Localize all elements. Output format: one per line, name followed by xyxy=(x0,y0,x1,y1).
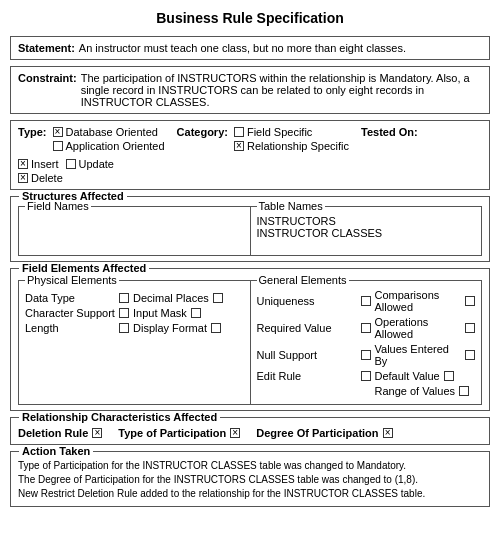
field-names-box: Field Names xyxy=(18,206,251,256)
data-type-checkbox[interactable] xyxy=(119,293,129,303)
insert-item: Insert Update xyxy=(18,158,114,170)
display-format-checkbox[interactable] xyxy=(211,323,221,333)
char-support-label: Character Support xyxy=(25,307,115,319)
uniqueness-checkbox[interactable] xyxy=(361,296,371,306)
range-values-checkbox[interactable] xyxy=(459,386,469,396)
edit-rule-label: Edit Rule xyxy=(257,370,357,382)
physical-rows: Data Type Decimal Places Character Suppo… xyxy=(25,292,244,334)
statement-label: Statement: xyxy=(18,42,75,54)
general-row-3: Null Support Values Entered By xyxy=(257,343,476,367)
deletion-rule-label: Deletion Rule xyxy=(18,427,88,439)
uniqueness-label: Uniqueness xyxy=(257,295,357,307)
type-section: Type: Database Oriented Application Orie… xyxy=(10,120,490,190)
field-specific-item: Field Specific xyxy=(234,126,349,138)
relationship-section: Relationship Characteristics Affected De… xyxy=(10,417,490,445)
relationship-specific-label: Relationship Specific xyxy=(247,140,349,152)
action-label: Action Taken xyxy=(19,445,93,457)
physical-row-1: Data Type Decimal Places xyxy=(25,292,244,304)
structures-section: Structures Affected Field Names Table Na… xyxy=(10,196,490,262)
page-title: Business Rule Specification xyxy=(10,10,490,26)
field-elements-label: Field Elements Affected xyxy=(19,262,149,274)
update-checkbox[interactable] xyxy=(66,159,76,169)
null-support-label: Null Support xyxy=(257,349,357,361)
degree-participation-checkbox[interactable] xyxy=(383,428,393,438)
type-participation-checkbox[interactable] xyxy=(230,428,240,438)
type-participation-item: Type of Participation xyxy=(118,427,240,439)
statement-section: Statement: An instructor must teach one … xyxy=(10,36,490,60)
deletion-rule-item: Deletion Rule xyxy=(18,427,102,439)
database-oriented-checkbox[interactable] xyxy=(53,127,63,137)
default-value-checkbox[interactable] xyxy=(444,371,454,381)
length-label: Length xyxy=(25,322,115,334)
general-box: General Elements Uniqueness Comparisons … xyxy=(250,280,483,405)
physical-box: Physical Elements Data Type Decimal Plac… xyxy=(18,280,251,405)
type-participation-label: Type of Participation xyxy=(118,427,226,439)
database-oriented-label: Database Oriented xyxy=(66,126,158,138)
table-names-label: Table Names xyxy=(257,200,325,212)
values-entered-checkbox[interactable] xyxy=(465,350,475,360)
category-column: Field Specific Relationship Specific xyxy=(234,126,349,152)
degree-participation-label: Degree Of Participation xyxy=(256,427,378,439)
required-value-checkbox[interactable] xyxy=(361,323,371,333)
delete-checkbox[interactable] xyxy=(18,173,28,183)
constraint-section: Constraint: The participation of INSTRUC… xyxy=(10,66,490,114)
input-mask-label: Input Mask xyxy=(133,307,187,319)
field-specific-label: Field Specific xyxy=(247,126,312,138)
constraint-text: The participation of INSTRUCTORS within … xyxy=(81,72,482,108)
input-mask-checkbox[interactable] xyxy=(191,308,201,318)
display-format-label: Display Format xyxy=(133,322,207,334)
physical-row-2: Character Support Input Mask xyxy=(25,307,244,319)
degree-participation-item: Degree Of Participation xyxy=(256,427,392,439)
constraint-label: Constraint: xyxy=(18,72,77,108)
comparisons-checkbox[interactable] xyxy=(465,296,475,306)
length-checkbox[interactable] xyxy=(119,323,129,333)
rel-inner: Deletion Rule Type of Participation Degr… xyxy=(18,427,482,439)
table-name-1: INSTRUCTORS xyxy=(257,215,476,227)
application-oriented-label: Application Oriented xyxy=(66,140,165,152)
range-values-label: Range of Values xyxy=(375,385,456,397)
table-name-2: INSTRUCTOR CLASSES xyxy=(257,227,476,239)
deletion-rule-checkbox[interactable] xyxy=(92,428,102,438)
relationship-label: Relationship Characteristics Affected xyxy=(19,411,220,423)
operations-checkbox[interactable] xyxy=(465,323,475,333)
insert-checkbox[interactable] xyxy=(18,159,28,169)
edit-rule-checkbox[interactable] xyxy=(361,371,371,381)
general-row-5: Range of Values xyxy=(257,385,476,397)
fe-inner: Physical Elements Data Type Decimal Plac… xyxy=(18,280,482,405)
action-text: Type of Participation for the INSTRUCTOR… xyxy=(18,459,482,501)
delete-item: Delete xyxy=(18,172,114,184)
field-names-label: Field Names xyxy=(25,200,91,212)
physical-row-3: Length Display Format xyxy=(25,322,244,334)
field-elements-section: Field Elements Affected Physical Element… xyxy=(10,268,490,411)
relationship-specific-checkbox[interactable] xyxy=(234,141,244,151)
data-type-label: Data Type xyxy=(25,292,115,304)
application-oriented-checkbox[interactable] xyxy=(53,141,63,151)
decimal-places-checkbox[interactable] xyxy=(213,293,223,303)
action-line-1: Type of Participation for the INSTRUCTOR… xyxy=(18,459,482,473)
operations-label: Operations Allowed xyxy=(375,316,462,340)
comparisons-label: Comparisons Allowed xyxy=(375,289,462,313)
action-section: Action Taken Type of Participation for t… xyxy=(10,451,490,507)
values-entered-label: Values Entered By xyxy=(375,343,462,367)
database-oriented-item: Database Oriented xyxy=(53,126,165,138)
table-names-list: INSTRUCTORS INSTRUCTOR CLASSES xyxy=(257,215,476,239)
action-line-2: The Degree of Participation for the INST… xyxy=(18,473,482,487)
type-column: Database Oriented Application Oriented xyxy=(53,126,165,152)
tested-on-label: Tested On: xyxy=(361,126,418,138)
delete-label: Delete xyxy=(31,172,63,184)
relationship-specific-item: Relationship Specific xyxy=(234,140,349,152)
decimal-places-label: Decimal Places xyxy=(133,292,209,304)
tested-on-column: Insert Update Delete xyxy=(18,158,114,184)
char-support-checkbox[interactable] xyxy=(119,308,129,318)
default-value-label: Default Value xyxy=(375,370,440,382)
general-row-2: Required Value Operations Allowed xyxy=(257,316,476,340)
category-label: Category: xyxy=(177,126,228,138)
null-support-checkbox[interactable] xyxy=(361,350,371,360)
type-label: Type: xyxy=(18,126,47,138)
structures-inner: Field Names Table Names INSTRUCTORS INST… xyxy=(18,206,482,256)
application-oriented-item: Application Oriented xyxy=(53,140,165,152)
required-value-label: Required Value xyxy=(257,322,357,334)
field-specific-checkbox[interactable] xyxy=(234,127,244,137)
general-row-1: Uniqueness Comparisons Allowed xyxy=(257,289,476,313)
physical-label: Physical Elements xyxy=(25,274,119,286)
